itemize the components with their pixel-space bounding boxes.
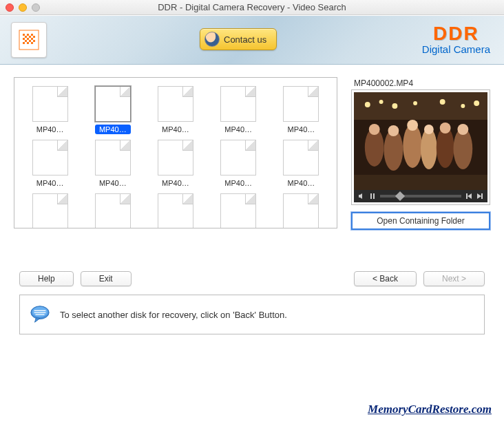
file-label: MP40… bbox=[158, 125, 193, 134]
svg-rect-39 bbox=[373, 193, 375, 199]
svg-point-21 bbox=[413, 101, 417, 105]
video-scrubber[interactable] bbox=[354, 190, 487, 202]
preview-box bbox=[351, 89, 490, 205]
svg-rect-7 bbox=[23, 38, 25, 40]
preview-panel: MP400002.MP4 O bbox=[351, 77, 490, 230]
svg-point-41 bbox=[32, 307, 48, 317]
svg-point-22 bbox=[440, 99, 445, 105]
watermark: MemoryCardRestore.com bbox=[368, 403, 492, 416]
close-window-button[interactable] bbox=[6, 3, 14, 12]
svg-rect-38 bbox=[370, 193, 372, 199]
svg-point-33 bbox=[407, 120, 418, 131]
svg-rect-11 bbox=[29, 40, 31, 42]
scrubber-thumb[interactable] bbox=[395, 191, 405, 201]
file-icon bbox=[283, 140, 319, 175]
maximize-window-button bbox=[32, 3, 40, 12]
svg-point-23 bbox=[461, 104, 465, 108]
svg-rect-13 bbox=[23, 42, 25, 44]
window-title: DDR - Digital Camera Recovery - Video Se… bbox=[0, 2, 504, 12]
file-item[interactable] bbox=[209, 193, 269, 228]
exit-button[interactable]: Exit bbox=[81, 271, 132, 286]
back-button[interactable]: < Back bbox=[354, 271, 417, 286]
file-label: MP40… bbox=[284, 178, 319, 188]
file-item[interactable]: MP40… bbox=[209, 86, 269, 134]
svg-rect-6 bbox=[33, 36, 35, 38]
file-icon bbox=[158, 193, 193, 228]
file-icon bbox=[283, 193, 319, 228]
svg-point-20 bbox=[392, 103, 397, 109]
next-icon[interactable] bbox=[476, 193, 483, 200]
file-item[interactable] bbox=[145, 193, 205, 228]
file-item[interactable]: MP40… bbox=[83, 86, 143, 134]
file-icon bbox=[158, 86, 193, 122]
file-icon bbox=[32, 86, 68, 122]
file-label: MP40… bbox=[284, 125, 319, 134]
svg-point-36 bbox=[457, 124, 468, 135]
svg-rect-37 bbox=[354, 175, 487, 190]
file-item[interactable] bbox=[271, 193, 331, 228]
contact-us-button[interactable]: Contact us bbox=[200, 28, 277, 50]
file-item[interactable] bbox=[83, 193, 143, 228]
svg-rect-10 bbox=[25, 40, 27, 42]
file-label: MP40… bbox=[220, 178, 256, 188]
app-header: Contact us DDR Digital Camera bbox=[0, 15, 504, 65]
file-item[interactable]: MP40… bbox=[20, 140, 80, 188]
file-label: MP40… bbox=[32, 178, 68, 188]
open-containing-folder-button[interactable]: Open Containing Folder bbox=[351, 212, 490, 230]
file-label: MP40… bbox=[95, 125, 131, 134]
file-item[interactable]: MP40… bbox=[271, 86, 331, 134]
file-item[interactable]: MP40… bbox=[145, 140, 205, 188]
file-label: MP40… bbox=[95, 178, 131, 188]
file-item[interactable]: MP40… bbox=[145, 86, 205, 134]
preview-filename: MP400002.MP4 bbox=[351, 77, 490, 89]
svg-point-34 bbox=[424, 125, 434, 134]
prev-icon[interactable] bbox=[465, 193, 472, 200]
svg-point-18 bbox=[365, 102, 370, 107]
file-item[interactable]: MP40… bbox=[83, 140, 143, 188]
pause-icon[interactable] bbox=[369, 193, 376, 200]
person-icon bbox=[204, 32, 220, 47]
file-grid-panel: MP40…MP40…MP40…MP40…MP40…MP40…MP40…MP40…… bbox=[14, 77, 337, 228]
titlebar: DDR - Digital Camera Recovery - Video Se… bbox=[0, 0, 504, 15]
svg-point-24 bbox=[474, 100, 479, 106]
volume-icon bbox=[358, 193, 365, 200]
svg-rect-9 bbox=[31, 38, 33, 40]
file-icon bbox=[220, 193, 256, 228]
svg-rect-8 bbox=[27, 38, 29, 40]
help-button[interactable]: Help bbox=[19, 271, 74, 286]
file-label: MP40… bbox=[32, 125, 68, 134]
file-icon bbox=[32, 140, 68, 175]
file-icon bbox=[32, 193, 68, 228]
hint-panel: To select another disk for recovery, cli… bbox=[19, 295, 485, 334]
brand-title: DDR bbox=[422, 23, 490, 45]
svg-point-35 bbox=[440, 123, 451, 134]
svg-rect-1 bbox=[23, 34, 25, 36]
brand: DDR Digital Camera bbox=[422, 23, 490, 55]
file-label: MP40… bbox=[220, 125, 256, 134]
svg-rect-12 bbox=[33, 40, 35, 42]
file-item[interactable]: MP40… bbox=[271, 140, 331, 188]
svg-rect-5 bbox=[29, 36, 31, 38]
file-icon bbox=[95, 140, 131, 175]
svg-rect-14 bbox=[27, 42, 29, 44]
chat-bubble-icon bbox=[30, 304, 50, 325]
file-label: MP40… bbox=[158, 178, 193, 188]
minimize-window-button[interactable] bbox=[19, 3, 27, 12]
file-item[interactable]: MP40… bbox=[20, 86, 80, 134]
window-controls bbox=[6, 3, 40, 12]
brand-subtitle: Digital Camera bbox=[422, 43, 490, 55]
file-icon bbox=[220, 140, 256, 175]
file-icon bbox=[158, 140, 193, 175]
video-preview-image bbox=[354, 92, 487, 190]
file-icon bbox=[220, 86, 256, 122]
scrubber-track[interactable] bbox=[380, 195, 461, 198]
file-icon bbox=[95, 86, 131, 122]
file-grid: MP40…MP40…MP40…MP40…MP40…MP40…MP40…MP40…… bbox=[14, 78, 337, 228]
svg-rect-4 bbox=[25, 36, 27, 38]
file-item[interactable] bbox=[20, 193, 80, 228]
svg-rect-3 bbox=[31, 34, 33, 36]
next-button: Next > bbox=[423, 271, 485, 286]
file-item[interactable]: MP40… bbox=[209, 140, 269, 188]
file-icon bbox=[95, 193, 131, 228]
app-icon bbox=[11, 22, 47, 58]
